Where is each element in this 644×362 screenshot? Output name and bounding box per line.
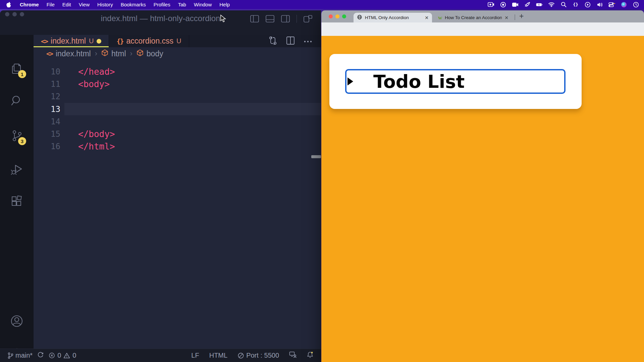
accordion-card: Todo List — [329, 54, 582, 109]
language-indicator[interactable]: HTML — [209, 352, 227, 359]
titlebar-separator — [297, 15, 297, 23]
menubar-item-file[interactable]: File — [47, 2, 55, 7]
symbol-cube-icon — [137, 49, 144, 58]
code-line: 14 — [34, 115, 321, 128]
vscode-tab-bar: <> index.html U {} accordion.css U — [34, 35, 321, 47]
disclosure-triangle-icon[interactable] — [347, 77, 353, 85]
menubar-item-help[interactable]: Help — [219, 2, 230, 7]
menubar-item-edit[interactable]: Edit — [62, 2, 71, 7]
accordion-summary[interactable]: Todo List — [345, 69, 566, 94]
scrollbar-handle[interactable] — [311, 155, 321, 158]
breadcrumb: <> index.html › html › body — [34, 47, 321, 60]
code-line: 15 </body> — [34, 128, 321, 140]
tab-accordion-css[interactable]: {} accordion.css U — [109, 35, 189, 47]
clock-icon[interactable] — [633, 1, 639, 8]
menubar-item-history[interactable]: History — [97, 2, 113, 7]
breadcrumb-item-html[interactable]: html — [111, 49, 126, 58]
line-number: 13 — [34, 105, 60, 114]
chrome-window: HTML Only Accordion ✕ w How To Create an… — [321, 10, 644, 362]
more-actions-icon[interactable] — [304, 38, 312, 44]
customize-layout-icon[interactable] — [304, 15, 312, 22]
code-line: 12 — [34, 90, 321, 103]
siri-icon[interactable] — [621, 1, 627, 8]
menubar-item-tab[interactable]: Tab — [178, 2, 186, 7]
sidebar-item-account[interactable] — [0, 309, 34, 333]
code-text: <body> — [60, 79, 110, 89]
remote-explorer-icon[interactable] — [289, 351, 297, 360]
live-server-port[interactable]: Port : 5500 — [237, 352, 279, 359]
sidebar-item-search[interactable] — [0, 88, 34, 113]
volume-icon[interactable] — [596, 1, 603, 8]
browser-tab-inactive[interactable]: w How To Create an Accordion ✕ — [435, 13, 512, 22]
tab-index-html[interactable]: <> index.html U — [34, 35, 109, 47]
vscode-titlebar: index.html — html-only-accordion — [0, 10, 321, 35]
menubar-item-window[interactable]: Window — [194, 2, 212, 7]
sidebar-item-extensions[interactable] — [0, 189, 34, 214]
rocket-icon[interactable] — [524, 1, 531, 8]
editor-actions — [268, 35, 321, 47]
chrome-close-button[interactable] — [329, 14, 333, 18]
new-tab-button[interactable]: + — [519, 12, 524, 21]
toggle-secondary-sidebar-icon[interactable] — [281, 15, 290, 22]
port-label: Port : 5500 — [246, 352, 279, 359]
menubar-menus: Chrome File Edit View History Bookmarks … — [5, 1, 230, 8]
menubar-item-bookmarks[interactable]: Bookmarks — [121, 2, 146, 7]
spotlight-search-icon[interactable] — [560, 1, 567, 8]
open-changes-icon[interactable] — [268, 36, 277, 47]
unsaved-dot-icon[interactable] — [97, 39, 101, 44]
tab-label: accordion.css — [126, 37, 173, 46]
sidebar-item-explorer[interactable]: 1 — [0, 57, 34, 81]
play-circle-icon[interactable] — [584, 1, 591, 8]
macos-menubar: Chrome File Edit View History Bookmarks … — [0, 0, 644, 9]
code-text: </head> — [60, 67, 115, 77]
line-number: 15 — [34, 129, 60, 139]
code-lines: 10 </head> 11 <body> 12 13 14 15 — [34, 65, 321, 153]
eol-indicator[interactable]: LF — [191, 352, 199, 359]
code-line: 10 </head> — [34, 65, 321, 78]
menubar-item-chrome[interactable]: Chrome — [20, 2, 39, 7]
breadcrumb-item-file[interactable]: index.html — [56, 49, 91, 58]
close-tab-icon[interactable]: ✕ — [504, 15, 508, 20]
wifi-icon[interactable] — [548, 1, 555, 8]
mouse-cursor — [220, 14, 227, 23]
breadcrumb-item-body[interactable]: body — [147, 49, 163, 58]
toggle-panel-icon[interactable] — [266, 15, 274, 22]
split-editor-icon[interactable] — [286, 36, 295, 46]
sidebar-item-source-control[interactable]: 3 — [0, 124, 34, 148]
vscode-status-bar: main* 0 0 LF HTML Port : 5500 — [0, 349, 321, 362]
vscode-activity-bar: 1 3 1 — [0, 35, 34, 349]
sync-icon[interactable] — [37, 351, 44, 360]
control-center-icon[interactable] — [608, 1, 615, 8]
menubar-item-view[interactable]: View — [79, 2, 90, 7]
apple-menu-icon[interactable] — [5, 1, 12, 8]
code-text: </body> — [60, 129, 115, 139]
record-icon[interactable] — [500, 1, 506, 8]
toggle-primary-sidebar-icon[interactable] — [250, 15, 259, 22]
sidebar-item-run-debug[interactable] — [0, 158, 34, 182]
chrome-minimize-button[interactable] — [335, 14, 339, 18]
video-camera-icon[interactable] — [512, 1, 519, 8]
line-number: 10 — [34, 67, 60, 76]
wikihow-favicon-icon: w — [438, 15, 442, 20]
source-control-badge: 3 — [18, 137, 26, 145]
page-content: Todo List — [321, 36, 644, 362]
tab-modified-marker: U — [89, 37, 94, 45]
code-editor[interactable]: 10 </head> 11 <body> 12 13 14 15 — [34, 60, 321, 349]
line-number: 12 — [34, 92, 60, 101]
branch-indicator[interactable]: main* — [7, 352, 33, 359]
warning-count: 0 — [72, 352, 76, 359]
chrome-zoom-button[interactable] — [342, 14, 346, 18]
close-tab-icon[interactable]: ✕ — [425, 15, 429, 20]
menubar-item-profiles[interactable]: Profiles — [154, 2, 170, 7]
notifications-bell-icon[interactable] — [307, 351, 314, 360]
braces-status-icon[interactable]: {} — [572, 1, 579, 8]
chevron-right-icon: › — [130, 49, 132, 58]
battery-icon[interactable] — [536, 1, 543, 8]
tab-modified-marker: U — [176, 37, 181, 45]
problems-indicator[interactable]: 0 0 — [49, 352, 76, 359]
tab-title: How To Create an Accordion — [445, 15, 502, 20]
code-line: 11 <body> — [34, 78, 321, 90]
screen-record-icon[interactable] — [488, 1, 494, 8]
vscode-window: index.html — html-only-accordion 1 3 — [0, 10, 321, 362]
browser-tab-active[interactable]: HTML Only Accordion ✕ — [354, 13, 432, 22]
